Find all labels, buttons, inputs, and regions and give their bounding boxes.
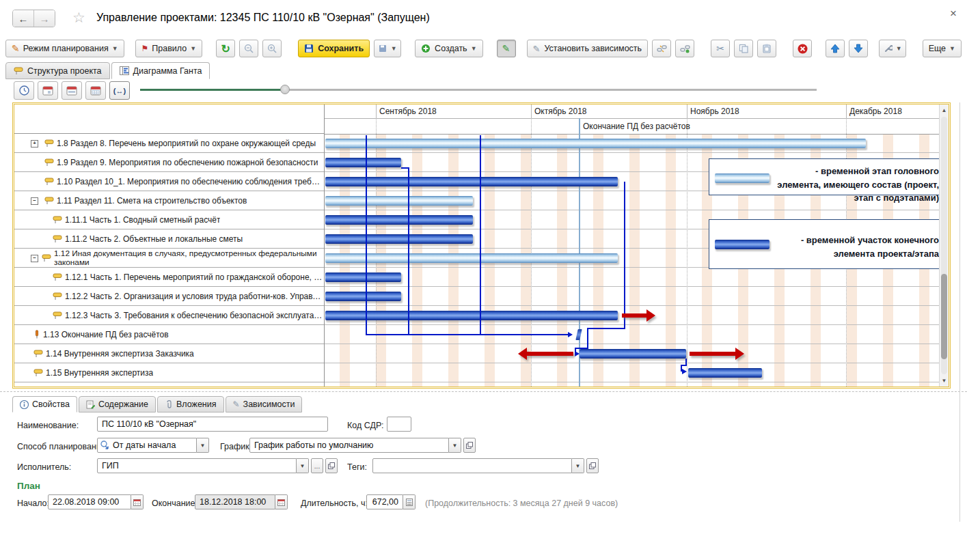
task-row[interactable]: 1.10 Раздел 10_1. Мероприятия по обеспеч… (14, 172, 324, 191)
tools-button[interactable]: ▼ (879, 40, 906, 57)
expand-icon[interactable]: + (31, 140, 38, 148)
scroll-up-icon[interactable]: ▲ (940, 107, 949, 113)
duration-calculator-button[interactable] (403, 494, 416, 509)
task-row[interactable]: 1.9 Раздел 9. Мероприятия по обеспечению… (14, 153, 324, 172)
favorite-star-icon[interactable]: ☆ (72, 10, 85, 26)
tags-field: ▼ (372, 458, 599, 473)
planning-method-dropdown[interactable]: ▼ (197, 438, 209, 453)
tab-dependencies[interactable]: ✎ Зависимости (226, 396, 303, 412)
task-row[interactable]: 1.12.1 Часть 1. Перечень мероприятий по … (14, 268, 324, 287)
gantt-task-bar[interactable] (325, 272, 401, 282)
duration-input[interactable] (366, 494, 403, 509)
name-input[interactable] (97, 417, 328, 432)
paste-button[interactable] (757, 40, 776, 57)
gantt-task-bar[interactable] (688, 368, 762, 378)
task-row[interactable]: 1.14 Внутренняя экспертиза Заказчика (14, 344, 324, 363)
title-bar: ← → ☆ Управление проектами: 12345 ПС 110… (0, 0, 967, 34)
schedule-open-button[interactable] (463, 438, 476, 453)
scale-interval-button[interactable]: (↔) (109, 81, 130, 100)
rule-button[interactable]: ⚑ Правило▼ (135, 40, 203, 57)
task-row[interactable]: 1.13 Окончание ПД без расчётов (14, 325, 324, 344)
gantt-task-bar[interactable] (325, 158, 401, 167)
task-row[interactable]: 1.15 Внутренняя экспертиза (14, 363, 324, 382)
forward-button[interactable]: → (33, 10, 55, 27)
more-button[interactable]: Еще▼ (923, 40, 962, 57)
schedule-dropdown[interactable]: ▼ (449, 438, 461, 453)
back-arrow-icon: ← (18, 13, 29, 25)
zoom-in-button[interactable] (262, 40, 282, 57)
scale-month-button[interactable] (85, 81, 106, 100)
start-label: Начало: (17, 499, 49, 508)
collapse-icon[interactable]: − (31, 255, 38, 262)
floppy-icon (304, 44, 314, 53)
executor-input[interactable] (97, 458, 297, 473)
move-down-button[interactable] (849, 40, 868, 57)
delete-button[interactable] (793, 40, 812, 57)
task-row[interactable]: 1.12.2 Часть 2. Организация и условия тр… (14, 287, 324, 306)
gantt-summary-bar[interactable] (325, 139, 866, 148)
tab-content[interactable]: Содержание (79, 396, 156, 412)
sdr-code-input[interactable] (387, 417, 411, 432)
gantt-task-bar[interactable] (580, 349, 686, 359)
tab-properties[interactable]: Свойства (12, 396, 77, 412)
gantt-task-bar[interactable] (325, 177, 618, 186)
move-up-button[interactable] (826, 40, 845, 57)
tab-label: Вложения (176, 400, 217, 409)
planning-method-input[interactable] (97, 438, 197, 453)
zoom-out-button[interactable] (239, 40, 258, 57)
task-row[interactable]: −1.12 Иная документация в случаях, преду… (14, 249, 324, 268)
slider-thumb[interactable] (280, 85, 290, 94)
vertical-scrollbar[interactable]: ▲ ▼ (939, 104, 949, 387)
task-row[interactable]: 1.11.1 Часть 1. Сводный сметный расчёт (14, 210, 324, 229)
executor-dropdown[interactable]: ▼ (297, 458, 309, 473)
back-button[interactable]: ← (13, 10, 33, 27)
create-button[interactable]: Создать▼ (415, 40, 482, 57)
legend-swatch-summary (715, 173, 769, 183)
copy-button[interactable] (734, 40, 753, 57)
break-all-dependencies-button[interactable] (675, 40, 694, 57)
end-input[interactable] (195, 494, 275, 509)
close-button[interactable]: × (946, 7, 960, 20)
scale-week-button[interactable] (62, 81, 82, 100)
set-dependency-button[interactable]: ✎ Установить зависимость (527, 40, 649, 57)
gantt-task-bar[interactable] (325, 234, 473, 244)
gantt-summary-bar[interactable] (325, 253, 618, 263)
edit-dependency-toggle[interactable]: ✎ (497, 40, 516, 57)
gantt-chart[interactable]: Окончание ПД без расчётов - временной эт… (325, 104, 939, 387)
save-variants-button[interactable]: ▼ (374, 40, 401, 57)
scrollbar-thumb[interactable] (941, 274, 947, 359)
break-dependency-button[interactable] (652, 40, 671, 57)
task-row[interactable]: +1.8 Раздел 8. Перечень мероприятий по о… (14, 134, 324, 153)
refresh-button[interactable]: ↻ (216, 40, 235, 57)
zoom-slider[interactable] (140, 84, 817, 95)
tab-attachments[interactable]: Вложения (157, 396, 224, 412)
save-button[interactable]: Сохранить (298, 40, 370, 57)
tags-dropdown[interactable]: ▼ (572, 458, 584, 473)
gantt-task-bar[interactable] (325, 311, 618, 320)
cut-button[interactable]: ✂ (711, 40, 730, 57)
executor-open-button[interactable] (325, 458, 338, 473)
constraint-arrow-right (622, 309, 655, 322)
gantt-task-bar[interactable] (325, 292, 401, 301)
start-input[interactable] (48, 494, 131, 509)
end-calendar-button[interactable] (275, 494, 288, 509)
task-row[interactable]: −1.11 Раздел 11. Смета на строительство … (14, 191, 324, 210)
tab-gantt-diagram[interactable]: Диаграмма Ганта (111, 62, 210, 79)
scale-hour-button[interactable] (14, 81, 34, 100)
save-label: Сохранить (318, 44, 364, 53)
task-row[interactable]: 1.11.2 Часть 2. Объектные и локальные см… (14, 229, 324, 249)
scale-day-button[interactable] (38, 81, 58, 100)
task-row[interactable]: 1.12.3 Часть 3. Требования к обеспечению… (14, 306, 324, 325)
tab-project-structure[interactable]: Структура проекта (5, 62, 110, 79)
gantt-task-bar[interactable] (325, 215, 473, 225)
executor-choose-button[interactable]: ... (311, 458, 323, 473)
gantt-summary-bar[interactable] (325, 196, 473, 206)
schedule-input[interactable] (249, 438, 449, 453)
collapse-icon[interactable]: − (31, 197, 38, 205)
tags-open-button[interactable] (586, 458, 599, 473)
tags-input[interactable] (372, 458, 572, 473)
planning-mode-button[interactable]: ✎ Режим планирования▼ (5, 40, 124, 57)
pin-icon (14, 66, 23, 75)
start-calendar-button[interactable] (131, 494, 144, 509)
scroll-down-icon[interactable]: ▼ (940, 378, 949, 384)
